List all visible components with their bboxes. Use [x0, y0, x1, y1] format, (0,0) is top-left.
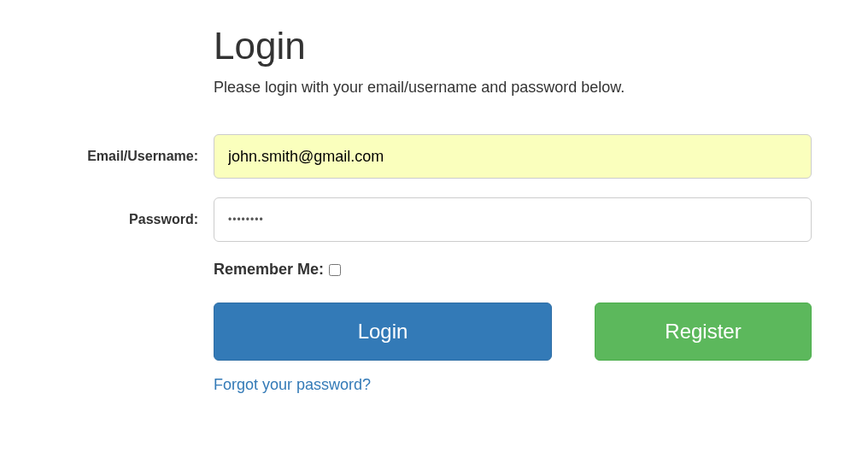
page-title: Login [214, 26, 812, 67]
forgot-password-link[interactable]: Forgot your password? [214, 376, 371, 393]
email-input[interactable] [214, 134, 812, 179]
remember-label: Remember Me: [214, 261, 324, 279]
login-subtext: Please login with your email/username an… [214, 79, 812, 97]
password-label: Password: [26, 212, 214, 227]
email-label: Email/Username: [26, 149, 214, 164]
login-button[interactable]: Login [214, 303, 552, 361]
register-button[interactable]: Register [595, 303, 812, 361]
remember-checkbox[interactable] [329, 264, 341, 276]
password-input[interactable]: •••••••• [214, 197, 812, 242]
password-value: •••••••• [228, 214, 264, 226]
